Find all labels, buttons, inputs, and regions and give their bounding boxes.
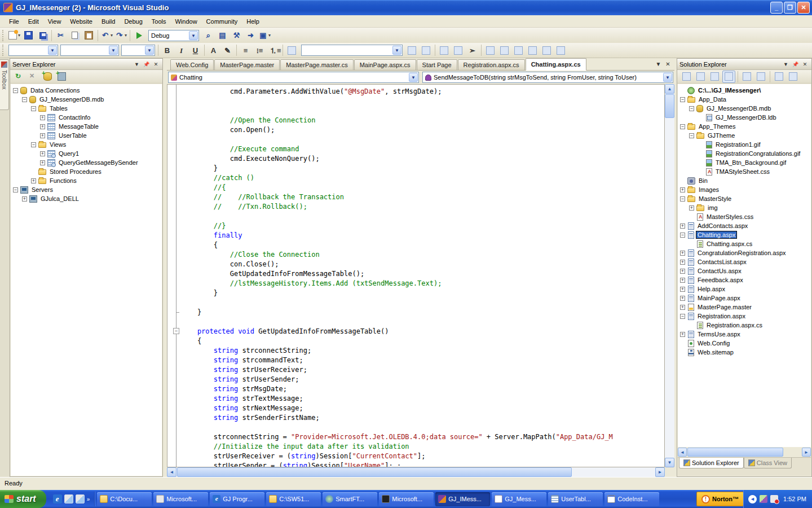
types-dropdown[interactable]: Chatting ▼ xyxy=(168,72,419,83)
menu-view[interactable]: View xyxy=(43,16,66,27)
tree-item-label[interactable]: ContactInfo xyxy=(58,114,91,121)
tree-item-label[interactable]: TMAStyleSheet.css xyxy=(714,168,771,175)
dropdown-caret-icon[interactable]: ▼ xyxy=(663,73,672,82)
tree-item[interactable]: +Help.aspx xyxy=(678,284,811,294)
collapse-icon[interactable]: − xyxy=(13,88,18,93)
tree-item-label[interactable]: Views xyxy=(48,141,67,148)
tree-item-label[interactable]: MainPage.aspx xyxy=(696,295,742,301)
target-schema-dropdown[interactable]: ▼ xyxy=(301,45,403,56)
underline-button[interactable]: U xyxy=(189,44,202,56)
view-designer-button[interactable] xyxy=(754,71,767,83)
editor-horizontal-scrollbar[interactable]: ◄ ► xyxy=(167,467,665,477)
tree-item-label[interactable]: CongratulationRegistration.aspx xyxy=(696,249,787,256)
undo-button[interactable]: ↶▾ xyxy=(100,29,113,42)
hyperlink-button[interactable] xyxy=(285,44,298,56)
tree-item-label[interactable]: Help.aspx xyxy=(696,286,726,292)
tree-item[interactable]: +Feeedback.aspx xyxy=(678,275,811,284)
code-line[interactable]: string strcommandText; xyxy=(181,356,664,365)
font-style-dropdown[interactable]: ▼ xyxy=(60,45,119,56)
taskbar-item[interactable]: GJ_IMess... xyxy=(435,492,490,506)
tab-registration-aspx-cs[interactable]: Registration.aspx.cs xyxy=(458,59,525,70)
tree-item-label[interactable]: TermsUse.aspx xyxy=(696,331,742,338)
copy-button[interactable] xyxy=(68,29,81,42)
tree-item-label[interactable]: Chatting.aspx xyxy=(696,231,736,238)
expand-icon[interactable]: + xyxy=(689,205,694,211)
tree-item-label[interactable]: Stored Procedures xyxy=(48,168,103,175)
connect-server-button[interactable] xyxy=(55,71,68,83)
tree-item-label[interactable]: AddContacts.aspx xyxy=(696,222,749,229)
navigate-forward-button[interactable]: ➜ xyxy=(244,29,257,42)
tree-item[interactable]: TMAStyleSheet.css xyxy=(678,167,811,176)
code-line[interactable]: cmd.ExecuteNonQuery(); xyxy=(181,154,664,164)
tree-item[interactable]: −Chatting.aspx xyxy=(678,230,811,239)
tray-app-icon[interactable] xyxy=(760,495,767,503)
aspnet-configuration-button[interactable] xyxy=(787,71,800,83)
dropdown-caret-icon[interactable]: ▼ xyxy=(145,46,154,55)
taskbar-item[interactable]: GJ_Mess... xyxy=(492,492,546,506)
connect-database-button[interactable] xyxy=(41,71,54,83)
expand-icon[interactable]: + xyxy=(31,178,36,183)
code-line[interactable]: //Initialize the input data after its va… xyxy=(181,442,664,452)
font-size-up-button[interactable] xyxy=(484,44,497,56)
tree-item-label[interactable]: App_Data xyxy=(698,96,727,103)
internet-explorer-icon[interactable]: e xyxy=(53,494,62,503)
tree-item-label[interactable]: Registration.aspx.cs xyxy=(705,322,764,329)
new-item-button[interactable]: ▾ xyxy=(8,29,21,42)
display-details-button[interactable] xyxy=(540,44,553,56)
tree-item[interactable]: RegistrationCongratulations.gif xyxy=(678,149,811,158)
expand-icon[interactable]: + xyxy=(40,124,45,129)
save-all-button[interactable] xyxy=(36,29,49,42)
editor-vertical-scrollbar[interactable]: ▲ ▼ xyxy=(665,84,674,467)
tree-item[interactable]: +ContactUs.aspx xyxy=(678,266,811,275)
vscroll-thumb[interactable] xyxy=(665,94,674,118)
dropdown-caret-icon[interactable]: ▼ xyxy=(409,73,418,82)
check-accessibility-button[interactable] xyxy=(405,44,418,56)
copy-website-button[interactable] xyxy=(722,71,735,83)
code-line[interactable]: cmd.Parameters.AddWithValue("@MsgDate", … xyxy=(181,87,664,97)
show-desktop-icon[interactable] xyxy=(76,494,85,503)
bullet-list-button[interactable]: ⁝≡ xyxy=(253,44,266,56)
taskbar-item[interactable]: SmartFT... xyxy=(323,492,377,506)
expand-icon[interactable]: + xyxy=(680,269,685,274)
collapse-icon[interactable]: − xyxy=(22,97,27,102)
tree-item-label[interactable]: MasterStyle xyxy=(698,195,732,202)
code-line[interactable]: //catch () xyxy=(181,173,664,183)
tree-item-label[interactable]: GJ_MessengerDB.mdb xyxy=(38,96,105,103)
code-line[interactable] xyxy=(181,212,664,221)
tree-item[interactable]: +TermsUse.aspx xyxy=(678,330,811,339)
tree-item-label[interactable]: QueryGetMessageBySender xyxy=(58,159,139,166)
code-line[interactable]: finally xyxy=(181,231,664,240)
toolbox-tab[interactable]: Toolbox xyxy=(0,59,9,110)
expand-icon[interactable]: + xyxy=(40,115,45,120)
tree-item[interactable]: GJ_MessengerDB.ldb xyxy=(678,113,811,122)
tree-item[interactable]: −GJ_MessengerDB.mdb xyxy=(11,95,162,104)
tab-masterpage-master[interactable]: MasterPage.master xyxy=(214,59,280,70)
tree-item-label[interactable]: GJulca_DELL xyxy=(39,195,80,202)
dropdown-caret-icon[interactable]: ▼ xyxy=(109,46,118,55)
scroll-left-icon[interactable]: ◄ xyxy=(678,448,687,457)
hscroll-thumb[interactable] xyxy=(687,448,783,457)
align-left-button[interactable]: ≡ xyxy=(239,44,252,56)
cut-button[interactable]: ✂ xyxy=(54,29,67,42)
tree-item-label[interactable]: Feeedback.aspx xyxy=(696,277,744,283)
code-line[interactable]: string strSenderFirstName; xyxy=(181,413,664,423)
bookmark-button[interactable] xyxy=(554,44,567,56)
collapse-icon[interactable]: − xyxy=(31,142,36,147)
tree-item[interactable]: MasterStyles.css xyxy=(678,212,811,221)
expand-icon[interactable]: + xyxy=(680,187,685,192)
scroll-left-icon[interactable]: ◄ xyxy=(167,467,176,477)
hscroll-thumb[interactable] xyxy=(177,467,572,477)
tree-item[interactable]: +GJulca_DELL xyxy=(11,194,162,203)
collapse-icon[interactable]: − xyxy=(680,233,685,238)
code-line[interactable]: //Execute command xyxy=(181,144,664,154)
properties-window-button[interactable]: ▤ xyxy=(216,29,229,42)
tree-item[interactable]: +Functions xyxy=(11,176,162,185)
paste-button[interactable] xyxy=(82,29,95,42)
expand-icon[interactable]: + xyxy=(40,133,45,138)
dropdown-caret-icon[interactable]: ▾ xyxy=(268,33,271,38)
collapse-icon[interactable]: − xyxy=(680,124,685,129)
auto-hide-pin-icon[interactable]: 📌 xyxy=(791,60,800,68)
command-window-button[interactable]: ▣▾ xyxy=(258,29,271,42)
menu-tools[interactable]: Tools xyxy=(147,16,171,27)
tree-item-label[interactable]: Query1 xyxy=(58,150,80,157)
